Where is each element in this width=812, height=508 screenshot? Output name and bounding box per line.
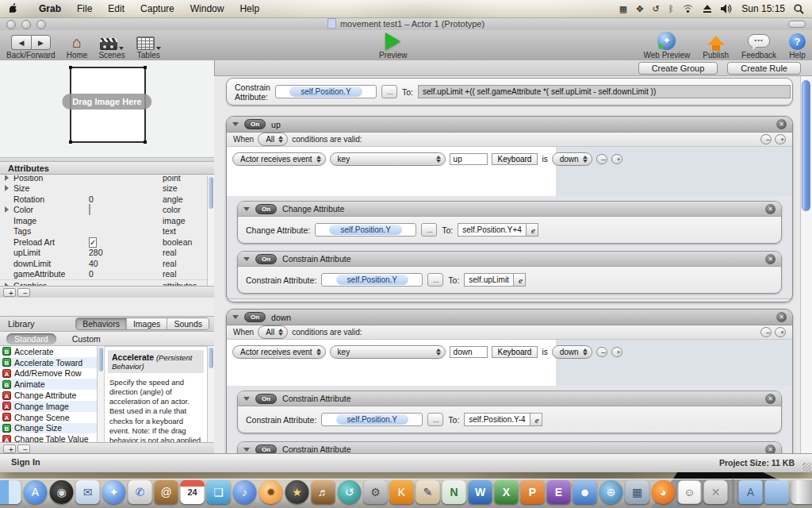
toolbar-toggle-button[interactable] xyxy=(788,21,806,28)
attribute-pill[interactable]: self.Position.Y xyxy=(336,275,408,285)
tables-button[interactable]: Tables xyxy=(136,31,161,60)
table-row[interactable]: upLimit280real xyxy=(0,248,208,259)
add-condition-button[interactable]: + xyxy=(611,154,622,164)
attribute-browse-button[interactable]: ... xyxy=(381,85,397,98)
universal-access-icon[interactable]: ✥ xyxy=(636,4,643,14)
key-state-select[interactable]: down xyxy=(552,345,592,359)
dock-icon-powerpoint[interactable]: P xyxy=(521,480,545,504)
spotlight-icon[interactable] xyxy=(794,4,804,14)
remove-condition-button[interactable]: – xyxy=(760,134,772,144)
expression-field[interactable]: self.upLimit xyxy=(464,273,514,287)
list-item[interactable]: BAccelerate xyxy=(0,346,97,357)
disclosure-triangle-icon[interactable] xyxy=(5,175,9,181)
table-row[interactable]: Colorcolor xyxy=(0,205,208,216)
volume-icon[interactable] xyxy=(721,4,733,13)
condition-type-select[interactable]: key xyxy=(330,152,446,166)
close-icon[interactable]: ✕ xyxy=(776,119,787,129)
time-machine-menu-icon[interactable]: ↺ xyxy=(652,4,659,14)
menu-clock[interactable]: Sun 15:15 xyxy=(741,3,785,14)
event-select[interactable]: Actor receives event xyxy=(232,345,326,359)
all-any-select[interactable]: All xyxy=(258,133,288,146)
dock-icon-keynote[interactable]: K xyxy=(390,480,414,504)
condition-type-select[interactable]: key xyxy=(330,345,446,359)
menu-item-grab[interactable]: Grab xyxy=(31,0,69,17)
rule-header[interactable]: On up ✕ xyxy=(227,117,792,133)
table-row[interactable]: Imageimage xyxy=(0,215,208,226)
dock-icon-photo-booth[interactable]: ❏ xyxy=(207,480,231,504)
rule-name[interactable]: down xyxy=(271,313,291,322)
dock-icon-system-preferences[interactable]: ⚙ xyxy=(364,480,388,504)
dock-icon-firefox[interactable]: ◕ xyxy=(652,480,676,504)
bluetooth-icon[interactable]: ᛒ xyxy=(668,4,674,13)
dock-icon-garageband[interactable]: ♬ xyxy=(312,480,335,504)
spaces-icon[interactable]: ▦ xyxy=(619,4,627,14)
behavior-header[interactable]: On Constrain Attribute ✕ xyxy=(238,252,781,267)
menu-item-capture[interactable]: Capture xyxy=(132,0,182,17)
close-icon[interactable]: ✕ xyxy=(765,254,776,264)
tab-sounds[interactable]: Sounds xyxy=(167,318,209,329)
key-state-select[interactable]: down xyxy=(552,152,592,166)
attribute-browse-button[interactable]: ... xyxy=(427,413,443,426)
resize-grip[interactable] xyxy=(802,463,811,471)
eject-icon[interactable] xyxy=(703,5,712,13)
disclosure-triangle-icon[interactable] xyxy=(5,206,9,213)
remove-condition-button[interactable]: – xyxy=(596,154,607,164)
expression-editor-icon[interactable]: e xyxy=(530,413,542,426)
wifi-icon[interactable] xyxy=(682,5,694,13)
dock-icon-numbers[interactable]: N xyxy=(442,480,466,504)
attribute-field[interactable]: self.Position.Y xyxy=(321,273,423,287)
attribute-field[interactable]: self.Position.Y xyxy=(275,85,377,98)
list-item[interactable]: BAccelerate Toward xyxy=(0,357,97,368)
table-row[interactable]: Sizesize xyxy=(0,183,208,194)
expression-field[interactable]: self.Position.Y+4 xyxy=(458,223,527,237)
dock-icon-imovie[interactable]: ★ xyxy=(285,480,309,504)
dock-icon-dashboard[interactable]: ◉ xyxy=(50,480,74,504)
disclosure-triangle-icon[interactable] xyxy=(232,122,239,126)
table-row[interactable]: downLimit40real xyxy=(0,258,208,269)
keyboard-button[interactable]: Keyboard xyxy=(492,153,538,165)
dock-icon-pages[interactable]: ✎ xyxy=(416,480,440,504)
key-input[interactable]: up xyxy=(450,153,488,165)
menu-item-edit[interactable]: Edit xyxy=(100,0,132,17)
add-behavior-button[interactable]: + xyxy=(3,444,16,453)
dock-icon-address-book[interactable]: @ xyxy=(155,480,178,504)
help-button[interactable]: ? Help xyxy=(789,31,806,60)
attribute-field[interactable]: self.Position.Y xyxy=(315,223,416,237)
behavior-on-toggle[interactable]: On xyxy=(255,254,277,264)
create-group-button[interactable]: Create Group xyxy=(638,62,718,75)
attribute-pill[interactable]: self.Position.Y xyxy=(289,87,362,97)
menu-item-file[interactable]: File xyxy=(69,0,100,17)
behavior-title[interactable]: Constrain Attribute xyxy=(282,254,350,264)
otherwise-section[interactable]: Otherwise: xyxy=(227,298,792,302)
table-row[interactable]: gameAttribute0real xyxy=(0,269,208,280)
feedback-button[interactable]: ••• Feedback xyxy=(741,31,776,60)
close-icon[interactable]: ✕ xyxy=(776,312,787,322)
menu-item-help[interactable]: Help xyxy=(232,0,267,17)
behavior-title[interactable]: Constrain Attribute xyxy=(282,394,350,403)
list-item[interactable]: AChange Image xyxy=(0,401,97,412)
behavior-on-toggle[interactable]: On xyxy=(255,204,277,214)
publish-button[interactable]: Publish xyxy=(703,31,729,60)
dock-icon-network-globe[interactable]: ⊕ xyxy=(599,480,623,504)
behavior-title[interactable]: Change Attribute xyxy=(282,204,344,214)
all-any-select[interactable]: All xyxy=(258,325,288,339)
table-row[interactable]: Positionpoint xyxy=(0,175,208,183)
attribute-browse-button[interactable]: ... xyxy=(427,273,443,287)
list-item[interactable]: BChange Size xyxy=(0,423,97,434)
add-condition-button[interactable]: + xyxy=(775,327,786,337)
behavior-list-scrollbar[interactable] xyxy=(97,346,104,444)
tab-behaviors[interactable]: Behaviors xyxy=(76,318,126,329)
preview-button[interactable]: Preview xyxy=(379,31,408,60)
actor-image-well[interactable]: Drag Image Here xyxy=(0,60,214,157)
dock-icon-finder[interactable] xyxy=(0,480,21,504)
event-select[interactable]: Actor receives event xyxy=(232,152,326,166)
dock-icon-itunes[interactable]: ♪ xyxy=(233,480,257,504)
disclosure-triangle-icon[interactable] xyxy=(243,448,250,452)
table-row[interactable]: Graphicsattributes xyxy=(0,279,208,286)
table-row[interactable]: Preload Art✓boolean xyxy=(0,237,208,248)
expression-editor-icon[interactable]: e xyxy=(527,223,538,237)
dock-icon-time-machine[interactable]: ↺ xyxy=(338,480,362,504)
disclosure-triangle-icon[interactable] xyxy=(5,185,9,191)
dock-icon-mail[interactable]: ✉ xyxy=(76,480,100,504)
apple-menu-icon[interactable] xyxy=(10,3,20,15)
